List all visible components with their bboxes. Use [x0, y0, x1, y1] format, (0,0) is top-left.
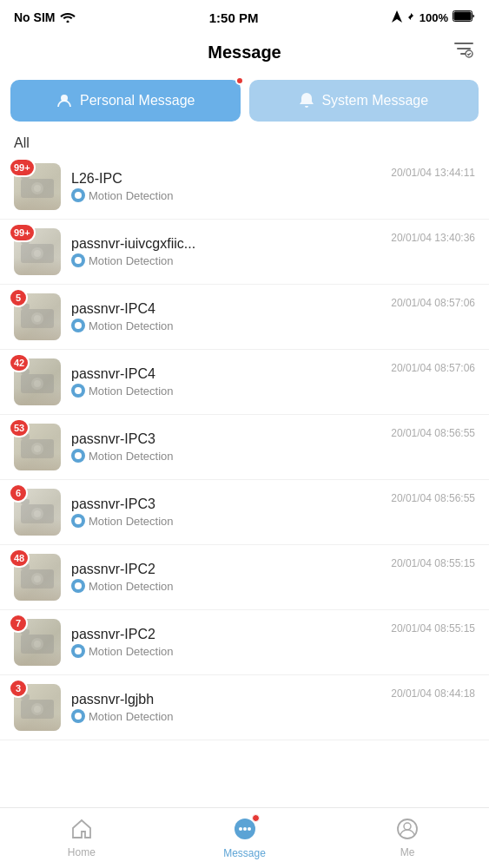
- nav-home[interactable]: Home: [0, 818, 163, 858]
- battery-icon: [453, 10, 475, 24]
- message-time: 20/01/04 08:57:06: [391, 297, 475, 309]
- device-name: passnvr-IPC4: [71, 301, 384, 317]
- message-content: passnvr-IPC3 Motion Detection: [71, 496, 384, 528]
- message-content: passnvr-IPC4 Motion Detection: [71, 366, 384, 398]
- tab-system-message[interactable]: System Message: [249, 80, 479, 122]
- svg-point-45: [404, 823, 411, 830]
- unread-badge: 42: [9, 353, 30, 372]
- motion-icon: [71, 188, 85, 202]
- svg-point-30: [34, 575, 41, 582]
- device-name: L26-IPC: [71, 171, 384, 187]
- svg-rect-1: [454, 12, 472, 21]
- thumb-wrap: 99+: [14, 163, 61, 210]
- list-item[interactable]: 3 passnvr-lgjbh Motion Detection 20/01/0…: [0, 675, 489, 740]
- list-item[interactable]: 5 passnvr-IPC4 Motion Detection 20/01/04…: [0, 285, 489, 350]
- motion-icon: [71, 449, 85, 463]
- unread-badge: 7: [9, 614, 28, 633]
- nav-message-label: Message: [223, 847, 266, 859]
- nav-me[interactable]: Me: [326, 818, 489, 858]
- message-time: 20/01/04 13:40:36: [391, 232, 475, 244]
- motion-label: Motion Detection: [89, 450, 174, 463]
- motion-icon: [71, 514, 85, 528]
- thumb-wrap: 6: [14, 489, 61, 536]
- home-icon: [70, 818, 93, 840]
- wifi-icon: [60, 10, 76, 25]
- svg-point-42: [243, 827, 247, 831]
- unread-badge: 99+: [9, 223, 36, 242]
- filter-button[interactable]: [453, 39, 475, 65]
- message-nav-dot: [252, 814, 260, 822]
- svg-point-18: [34, 380, 41, 387]
- home-icon-wrap: [70, 818, 93, 844]
- motion-label: Motion Detection: [89, 254, 174, 267]
- device-name: passnvr-IPC2: [71, 562, 384, 577]
- message-subrow: Motion Detection: [71, 384, 384, 398]
- message-subrow: Motion Detection: [71, 709, 384, 723]
- thumb-wrap: 3: [14, 684, 61, 731]
- list-item[interactable]: 53 passnvr-IPC3 Motion Detection 20/01/0…: [0, 415, 489, 480]
- message-subrow: Motion Detection: [71, 644, 384, 658]
- thumb-wrap: 7: [14, 619, 61, 666]
- device-name: passnvr-IPC3: [71, 431, 384, 447]
- nav-message[interactable]: Message: [163, 817, 327, 859]
- tab-system-label: System Message: [321, 93, 428, 108]
- motion-label: Motion Detection: [89, 189, 174, 202]
- device-name: passnvr-lgjbh: [71, 692, 384, 707]
- motion-label: Motion Detection: [89, 580, 174, 593]
- section-all-label: All: [0, 128, 489, 155]
- device-name: passnvr-IPC4: [71, 366, 384, 382]
- message-content: passnvr-IPC2 Motion Detection: [71, 562, 384, 593]
- message-subrow: Motion Detection: [71, 579, 384, 593]
- motion-label: Motion Detection: [89, 319, 174, 332]
- list-item[interactable]: 7 passnvr-IPC2 Motion Detection 20/01/04…: [0, 610, 489, 675]
- page-title: Message: [208, 43, 281, 62]
- thumb-wrap: 99+: [14, 228, 61, 275]
- motion-icon: [71, 579, 85, 593]
- message-content: passnvr-iuivcgxfiic... Motion Detection: [71, 236, 384, 267]
- list-item[interactable]: 48 passnvr-IPC2 Motion Detection 20/01/0…: [0, 545, 489, 610]
- unread-badge: 48: [9, 549, 30, 568]
- message-time: 20/01/04 08:56:55: [391, 492, 475, 504]
- message-time: 20/01/04 13:44:11: [391, 167, 475, 179]
- message-time: 20/01/04 08:44:18: [391, 687, 475, 700]
- carrier-label: No SIM: [14, 10, 55, 24]
- tab-personal-label: Personal Message: [80, 93, 195, 108]
- message-subrow: Motion Detection: [71, 514, 384, 528]
- motion-label: Motion Detection: [89, 385, 174, 398]
- message-content: passnvr-IPC4 Motion Detection: [71, 301, 384, 332]
- svg-point-14: [34, 315, 41, 322]
- thumb-wrap: 53: [14, 424, 61, 470]
- thumb-wrap: 5: [14, 293, 61, 340]
- unread-badge: 6: [9, 483, 28, 503]
- message-time: 20/01/04 08:56:55: [391, 427, 475, 439]
- bottom-nav: Home Message Me: [0, 807, 489, 868]
- tab-personal-message[interactable]: Personal Message: [10, 80, 241, 122]
- motion-icon: [71, 319, 85, 332]
- list-item[interactable]: 99+ L26-IPC Motion Detection 20/01/04 13…: [0, 155, 489, 220]
- message-subrow: Motion Detection: [71, 449, 384, 463]
- list-item[interactable]: 99+ passnvr-iuivcgxfiic... Motion Detect…: [0, 220, 489, 285]
- thumb-wrap: 48: [14, 554, 61, 601]
- motion-label: Motion Detection: [89, 515, 174, 528]
- svg-point-41: [239, 827, 242, 831]
- motion-icon: [71, 644, 85, 658]
- svg-point-22: [34, 445, 41, 452]
- status-bar: No SIM 1:50 PM 100%: [0, 0, 489, 31]
- message-time: 20/01/04 08:57:06: [391, 362, 475, 374]
- svg-point-6: [34, 185, 41, 192]
- motion-icon: [71, 253, 85, 267]
- message-subrow: Motion Detection: [71, 188, 384, 202]
- list-item[interactable]: 42 passnvr-IPC4 Motion Detection 20/01/0…: [0, 350, 489, 415]
- svg-point-2: [466, 50, 472, 57]
- me-icon-wrap: [396, 818, 419, 844]
- status-right: 100%: [392, 10, 475, 25]
- list-item[interactable]: 6 passnvr-IPC3 Motion Detection 20/01/04…: [0, 480, 489, 545]
- nav-home-label: Home: [68, 846, 96, 858]
- message-subrow: Motion Detection: [71, 319, 384, 332]
- message-content: L26-IPC Motion Detection: [71, 171, 384, 202]
- status-time: 1:50 PM: [209, 10, 259, 25]
- message-icon-wrap: [233, 817, 257, 845]
- svg-point-26: [34, 510, 41, 517]
- motion-label: Motion Detection: [89, 645, 174, 658]
- svg-point-34: [34, 641, 41, 648]
